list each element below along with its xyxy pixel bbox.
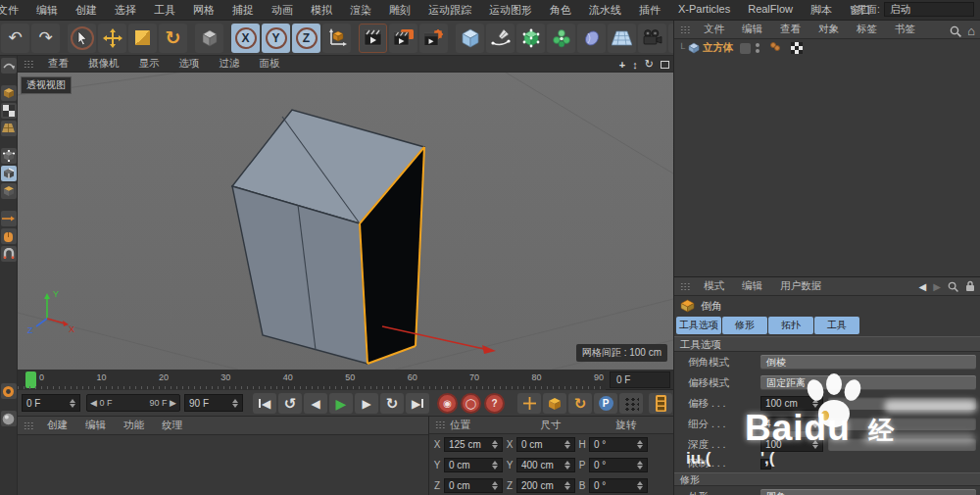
subdivision-field[interactable]: 4 bbox=[760, 417, 823, 431]
subdivision-surface-button[interactable] bbox=[516, 24, 545, 53]
attribute-tab[interactable]: 工具 bbox=[814, 317, 859, 334]
viewport-menu-item[interactable]: 查看 bbox=[38, 57, 78, 71]
go-to-start-button[interactable]: ◀ bbox=[253, 393, 276, 414]
attribute-menu-item[interactable]: 模式 bbox=[695, 279, 733, 293]
attribute-menu-item[interactable]: 编辑 bbox=[733, 279, 771, 293]
play-backward-button[interactable]: ↺ bbox=[278, 393, 302, 414]
enable-snap-button[interactable] bbox=[1, 246, 17, 262]
subdivision-slider[interactable] bbox=[828, 418, 976, 430]
key-pla-toggle[interactable] bbox=[619, 393, 643, 414]
drag-handle-icon[interactable] bbox=[680, 282, 691, 291]
add-spline-button[interactable] bbox=[486, 24, 514, 53]
axis-lock-z-button[interactable]: Z bbox=[292, 24, 320, 53]
autokey-button[interactable]: ◯ bbox=[461, 393, 481, 414]
record-keyframe-button[interactable]: ◉ bbox=[437, 393, 458, 414]
attribute-menu-item[interactable]: 用户数据 bbox=[771, 279, 830, 293]
menubar-item[interactable]: X-Particles bbox=[669, 3, 739, 18]
pos-z-field[interactable]: 0 cm bbox=[444, 478, 503, 493]
bevel-mode-dropdown[interactable]: 倒棱 bbox=[760, 355, 976, 370]
timeline-filmstrip-button[interactable] bbox=[649, 393, 672, 414]
size-z-field[interactable]: 200 cm bbox=[516, 478, 575, 493]
make-editable-button[interactable] bbox=[1, 58, 17, 74]
play-forward-button[interactable]: ↻ bbox=[380, 393, 404, 414]
start-frame-field[interactable]: 0 F bbox=[22, 394, 80, 412]
previous-frame-button[interactable]: ◀ bbox=[304, 393, 327, 414]
section-shaping[interactable]: 修形 bbox=[674, 472, 980, 486]
add-primitive-button[interactable] bbox=[456, 24, 484, 53]
start-frame-stepper[interactable] bbox=[70, 399, 75, 408]
object-menu-item[interactable]: 书签 bbox=[886, 23, 924, 36]
menubar-item[interactable]: 选择 bbox=[106, 3, 145, 18]
select-tool-button[interactable] bbox=[68, 24, 96, 53]
environment-button[interactable] bbox=[608, 24, 636, 53]
drag-handle-icon[interactable] bbox=[435, 421, 446, 429]
offset-field[interactable]: 100 cm bbox=[760, 396, 823, 411]
section-tool-options[interactable]: 工具选项 bbox=[674, 336, 980, 352]
next-frame-button[interactable]: ▶ bbox=[355, 393, 378, 414]
coordinate-system-button[interactable] bbox=[322, 24, 351, 53]
object-row-cube[interactable]: └ 立方体 bbox=[674, 39, 980, 57]
offset-mode-dropdown[interactable]: 固定距离 bbox=[760, 375, 976, 390]
camera-button[interactable] bbox=[638, 24, 666, 53]
limit-checkbox[interactable] bbox=[760, 459, 771, 470]
axis-lock-y-button[interactable]: Y bbox=[262, 24, 290, 53]
pos-x-field[interactable]: 125 cm bbox=[444, 437, 503, 452]
edge-mode-button[interactable] bbox=[1, 166, 17, 181]
object-menu-item[interactable]: 对象 bbox=[809, 23, 848, 36]
texture-paint-button[interactable] bbox=[1, 228, 17, 244]
search-icon[interactable] bbox=[948, 281, 958, 292]
viewport-menu-item[interactable]: 选项 bbox=[170, 57, 210, 71]
current-frame-field[interactable]: 0 F bbox=[610, 371, 670, 388]
rot-p-field[interactable]: 0 ° bbox=[589, 458, 648, 472]
play-button[interactable]: ▶ bbox=[329, 393, 353, 414]
toggle-views-icon[interactable] bbox=[661, 61, 669, 69]
last-tool-button[interactable] bbox=[195, 24, 223, 53]
menubar-item[interactable]: 渲染 bbox=[341, 3, 380, 18]
key-rotation-toggle[interactable]: ↻ bbox=[568, 393, 592, 414]
menubar-item[interactable]: 捕捉 bbox=[223, 3, 263, 18]
viewport-menu-item[interactable]: 显示 bbox=[129, 57, 170, 71]
viewport-menu-item[interactable]: 摄像机 bbox=[78, 57, 129, 71]
points-mode-button[interactable] bbox=[1, 148, 17, 164]
material-sphere-button[interactable] bbox=[1, 411, 17, 426]
rot-h-field[interactable]: 0 ° bbox=[589, 437, 648, 452]
workplane-button[interactable] bbox=[1, 121, 17, 136]
viewport-menu-item[interactable]: 过滤 bbox=[210, 57, 250, 71]
frame-range-slider[interactable]: ◀ 0 F 90 F ▶ bbox=[86, 394, 180, 412]
redo-button[interactable]: ↷ bbox=[31, 24, 60, 53]
timeline-ruler[interactable]: 0102030405060708090 bbox=[18, 370, 606, 390]
menubar-item[interactable]: 创建 bbox=[67, 3, 106, 18]
pos-y-field[interactable]: 0 cm bbox=[444, 458, 503, 472]
render-settings-button[interactable] bbox=[419, 24, 448, 53]
pan-view-icon[interactable]: + bbox=[619, 59, 625, 71]
menubar-item[interactable]: 雕刻 bbox=[380, 3, 419, 18]
move-tool-button[interactable] bbox=[98, 24, 126, 53]
menubar-item[interactable]: 运动图形 bbox=[480, 3, 541, 18]
end-frame-stepper[interactable] bbox=[232, 399, 238, 408]
zoom-view-icon[interactable]: ↕ bbox=[632, 59, 638, 71]
history-forward-icon[interactable]: ▶ bbox=[933, 281, 941, 292]
visibility-dots[interactable] bbox=[756, 43, 760, 53]
enable-axis-button[interactable] bbox=[1, 211, 17, 226]
drag-handle-icon[interactable] bbox=[24, 60, 34, 69]
object-menu-item[interactable]: 标签 bbox=[848, 23, 886, 36]
go-to-end-button[interactable]: ▶ bbox=[406, 393, 429, 414]
deformer-button[interactable] bbox=[577, 24, 606, 53]
interface-dropdown[interactable]: 启动 bbox=[884, 2, 974, 17]
depth-slider[interactable] bbox=[828, 438, 976, 451]
size-y-field[interactable]: 400 cm bbox=[516, 458, 575, 472]
attribute-tab[interactable]: 修形 bbox=[722, 317, 767, 334]
history-back-icon[interactable]: ◀ bbox=[919, 281, 927, 292]
mograph-button[interactable] bbox=[547, 24, 575, 53]
material-menu-item[interactable]: 创建 bbox=[38, 419, 76, 432]
menubar-item[interactable]: 角色 bbox=[541, 3, 580, 18]
phong-tag-icon[interactable] bbox=[791, 42, 803, 54]
scale-tool-button[interactable] bbox=[128, 24, 157, 53]
orbit-view-icon[interactable]: ↻ bbox=[645, 58, 654, 71]
viewport-perspective[interactable]: Y X Z 查看摄像机显示选项过滤面板 + ↕ ↻ 透视视图 网格间距 : 10… bbox=[18, 56, 673, 370]
home-icon[interactable]: ⌂ bbox=[967, 24, 975, 38]
attribute-tab[interactable]: 拓扑 bbox=[768, 317, 813, 334]
polygon-mode-button[interactable] bbox=[1, 183, 17, 199]
rot-b-field[interactable]: 0 ° bbox=[589, 478, 648, 493]
menubar-item[interactable]: 模拟 bbox=[302, 3, 341, 18]
